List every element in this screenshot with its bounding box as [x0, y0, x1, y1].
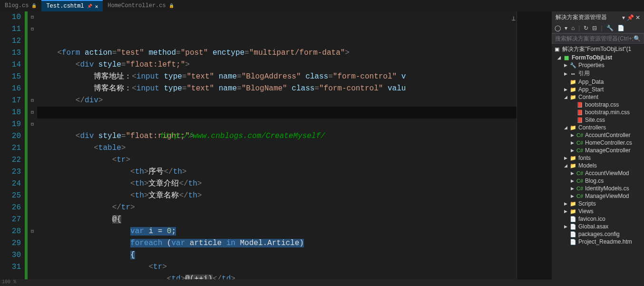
tree-item[interactable]: ◢📁Controllers	[552, 124, 644, 131]
chevron-right-icon[interactable]: ▶	[570, 148, 575, 153]
tree-item[interactable]: 📄favicon.ico	[552, 215, 644, 223]
chevron-right-icon[interactable]: ▶	[563, 224, 568, 229]
chevron-right-icon[interactable]: ▶	[563, 156, 568, 160]
chevron-right-icon[interactable]: ▶	[563, 209, 568, 214]
code-line[interactable]: <div style="float:left;">	[39, 59, 517, 71]
properties-icon[interactable]: 🔧	[606, 25, 614, 31]
tree-item[interactable]: 📄Project_Readme.htm	[552, 238, 644, 246]
code-line[interactable]: {	[39, 249, 517, 261]
fold-column[interactable]: ⊟⊟⊟⊟⊟⊟	[28, 11, 37, 279]
code-line[interactable]: 博客名称：<input type="text" name="BlogName" …	[39, 83, 517, 95]
tree-item[interactable]: ▶▪▪引用	[552, 69, 644, 78]
code-line[interactable]	[39, 118, 517, 130]
pin-icon[interactable]: 📌	[627, 14, 635, 21]
solution-node[interactable]: ▣ 解决方案"FormToObjList"(1	[552, 45, 644, 54]
collapse-icon[interactable]: ⊟	[592, 25, 597, 31]
fold-toggle	[28, 166, 37, 178]
code-line[interactable]: </div>	[39, 95, 517, 107]
chevron-down-icon[interactable]: ◢	[563, 125, 568, 130]
fold-toggle[interactable]: ⊟	[28, 118, 37, 130]
line-number: 18	[0, 107, 21, 118]
solution-tree[interactable]: ▣ 解决方案"FormToObjList"(1 ◢ ▦ FormToObjLis…	[552, 44, 644, 279]
project-node[interactable]: ◢ ▦ FormToObjList	[552, 54, 644, 61]
code-line[interactable]: <th>文章介绍</th>	[39, 178, 517, 190]
code-content[interactable]: http://www.cnblogs.com/CreateMyself/ <fo…	[37, 11, 517, 279]
code-line[interactable]: 博客地址：<input type="text" name="BlogAddres…	[39, 71, 517, 83]
code-line[interactable]: <th>文章名称</th>	[39, 190, 517, 202]
tree-item[interactable]: ▶C#AccountController	[552, 131, 644, 139]
fold-toggle[interactable]: ⊟	[28, 107, 37, 118]
fold-toggle[interactable]: ⊟	[28, 23, 37, 35]
chevron-right-icon[interactable]: ▶	[570, 171, 575, 176]
close-icon[interactable]: ✕	[635, 14, 640, 21]
tree-item[interactable]: ▶C#HomeController.cs	[552, 139, 644, 147]
chevron-right-icon[interactable]: ▶	[570, 133, 575, 138]
code-line[interactable]: @{	[39, 214, 517, 226]
tree-item[interactable]: 📁App_Data	[552, 78, 644, 86]
chevron-right-icon[interactable]: ▶	[570, 194, 575, 198]
chevron-right-icon[interactable]: ▶	[563, 87, 568, 92]
search-box[interactable]: 🔍	[552, 33, 644, 44]
tree-item[interactable]: ▶📁fonts	[552, 154, 644, 162]
fold-toggle[interactable]: ⊟	[28, 226, 37, 237]
chevron-right-icon[interactable]: ▶	[570, 140, 575, 145]
code-line[interactable]: <td>@(++i)</td>	[39, 273, 517, 279]
tree-item[interactable]: ▶🔧Properties	[552, 61, 644, 69]
code-line[interactable]: <div style="float:right;">	[39, 130, 517, 142]
tree-item[interactable]: ▶C#IdentityModels.cs	[552, 185, 644, 192]
cs-icon: C#	[576, 139, 583, 146]
fold-toggle[interactable]: ⊟	[28, 11, 37, 23]
panel-title: 解决方案资源管理器	[556, 13, 607, 21]
close-icon[interactable]: ✕	[95, 3, 98, 10]
chevron-right-icon[interactable]: ▶	[563, 63, 568, 68]
search-icon[interactable]: 🔍	[634, 35, 641, 42]
cs-icon: C#	[576, 185, 583, 192]
fold-toggle[interactable]: ⊟	[28, 95, 37, 107]
minimap[interactable]	[517, 11, 552, 279]
code-line[interactable]: foreach (var article in Model.Article)	[39, 237, 517, 249]
tab-test[interactable]: Test.cshtml 📌 ✕	[41, 0, 103, 11]
split-handle-icon[interactable]: ⊥	[512, 14, 516, 22]
zoom-level[interactable]: 100 %	[2, 279, 16, 285]
code-line[interactable]: <tr>	[39, 261, 517, 273]
tree-item[interactable]: ▶C#AccountViewMod	[552, 169, 644, 177]
fold-toggle	[28, 178, 37, 190]
chevron-right-icon[interactable]: ▶	[570, 178, 575, 183]
tab-blog[interactable]: Blog.cs 🔒	[0, 0, 41, 11]
tree-item[interactable]: ◢📁Models	[552, 162, 644, 169]
tree-item[interactable]: ▶C#ManageViewMod	[552, 192, 644, 200]
tree-item[interactable]: ▶📄Global.asax	[552, 223, 644, 230]
tab-home[interactable]: HomeController.cs 🔒	[103, 0, 178, 11]
tree-item[interactable]: ▶C#Blog.cs	[552, 177, 644, 185]
tree-item[interactable]: 📕bootstrap.css	[552, 101, 644, 108]
file-icon: 📄	[570, 238, 576, 245]
chevron-right-icon[interactable]: ▶	[563, 71, 568, 76]
code-line[interactable]: <tr>	[39, 154, 517, 166]
tree-item[interactable]: ▶C#ManageController	[552, 147, 644, 154]
code-line[interactable]: var i = 0;	[39, 226, 517, 237]
tree-item[interactable]: 📕bootstrap.min.css	[552, 108, 644, 116]
show-all-icon[interactable]: 📄	[617, 25, 624, 31]
nav-icon[interactable]: ▾	[565, 25, 567, 31]
tree-item[interactable]: 📄packages.config	[552, 230, 644, 238]
chevron-down-icon[interactable]: ◢	[556, 55, 561, 60]
tree-item[interactable]: ▶📁Scripts	[552, 200, 644, 207]
chevron-down-icon[interactable]: ◢	[563, 95, 568, 99]
back-icon[interactable]: ◯	[555, 25, 561, 31]
chevron-down-icon[interactable]: ◢	[563, 163, 568, 168]
search-input[interactable]	[555, 35, 634, 42]
code-line[interactable]: </tr>	[39, 202, 517, 214]
chevron-right-icon[interactable]: ▶	[563, 201, 568, 206]
home-icon[interactable]: ⌂	[571, 25, 575, 31]
code-line[interactable]: <table>	[39, 142, 517, 154]
refresh-icon[interactable]: ↻	[584, 25, 588, 31]
tree-item[interactable]: 📕Site.css	[552, 116, 644, 124]
code-editor[interactable]: 1011121314151617181920212223242526272829…	[0, 11, 552, 279]
dropdown-icon[interactable]: ▾	[622, 14, 625, 21]
chevron-right-icon[interactable]: ▶	[570, 186, 575, 191]
tree-item[interactable]: ▶📁App_Start	[552, 86, 644, 93]
tree-item[interactable]: ◢📁Content	[552, 93, 644, 101]
code-line[interactable]: <th>序号</th>	[39, 166, 517, 178]
tree-item[interactable]: ▶📁Views	[552, 207, 644, 215]
code-line[interactable]: <form action="test" method="post" enctyp…	[39, 47, 517, 59]
